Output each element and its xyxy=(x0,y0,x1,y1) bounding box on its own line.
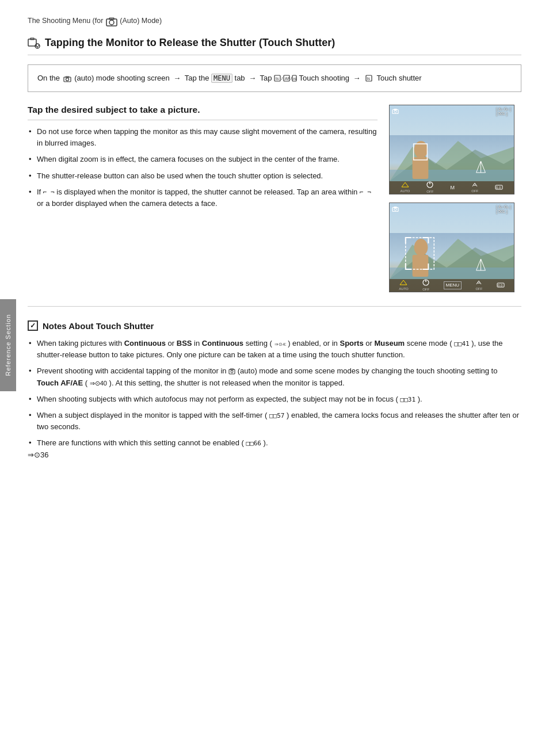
cam2-mode-icon xyxy=(392,205,399,213)
list-item: The shutter-release button can also be u… xyxy=(28,170,378,182)
cam1-btn-auto: AUTO xyxy=(401,182,410,193)
auto-camera-icon xyxy=(63,75,71,82)
page-number: ⇒⊙36 xyxy=(28,450,48,459)
notes-title: Notes About Touch Shutter xyxy=(28,320,521,331)
content-area: Tap the desired subject to take a pictur… xyxy=(28,105,521,292)
touch-shutter-icon xyxy=(28,37,40,49)
page-content: The Shooting Menu (for (Auto) Mode) Tapp… xyxy=(0,0,549,469)
list-item: If ⌐ ¬ is displayed when the monitor is … xyxy=(28,186,378,209)
notes-bullet-list: When taking pictures with Continuous or … xyxy=(28,338,521,449)
cam1-bottom-bar: AUTO OFF M xyxy=(390,181,514,194)
ref-66: □□66 xyxy=(246,440,262,447)
notes-list-item: There are functions with which this sett… xyxy=(28,437,521,449)
cam2-btn-menu: MENU xyxy=(444,281,462,289)
bullet-list: Do not use force when tapping the monito… xyxy=(28,126,378,209)
subsection-title: Tap the desired subject to take a pictur… xyxy=(28,105,378,120)
cam2-top-right2: [ 501 ] xyxy=(496,209,511,213)
auto-mode-icon-inline xyxy=(228,368,235,375)
svg-rect-46 xyxy=(413,255,429,277)
svg-text:AE: AE xyxy=(293,77,297,81)
touch-shutter-inline-icon: ts xyxy=(365,75,373,82)
svg-text:0.0: 0.0 xyxy=(496,186,501,189)
notes-list-item: When a subject displayed in the monitor … xyxy=(28,410,521,433)
svg-text:ts: ts xyxy=(276,77,279,81)
notes-list-item: When shooting subjects with which autofo… xyxy=(28,394,521,405)
arrow3: → xyxy=(353,74,361,82)
camera-screen-inner-2: [ &₀ G₁ ] [ 501 ] xyxy=(390,203,514,292)
notes-list-item: Prevent shooting with accidental tapping… xyxy=(28,365,521,388)
svg-text:ts: ts xyxy=(367,77,371,81)
camera-screen-1: [ &₀ G₀ ] [ 501 ] xyxy=(389,105,514,194)
camera-screen-inner-1: [ &₀ G₀ ] [ 501 ] xyxy=(390,105,514,194)
cam2-bottom-bar: AUTO OFF MENU xyxy=(390,279,514,292)
cam2-btn-auto: AUTO xyxy=(399,280,409,291)
page-footer: ⇒⊙36 xyxy=(28,450,48,459)
svg-text:/: / xyxy=(281,76,283,81)
camera-screen-2: [ &₀ G₁ ] [ 501 ] xyxy=(389,203,514,292)
nav-box: On the (auto) mode shooting screen → Tap… xyxy=(28,64,521,92)
arrow1: → xyxy=(173,74,181,82)
cam2-top-right1: [ &₀ G₁ ] xyxy=(496,205,511,209)
cam2-btn-exp: 0.0 xyxy=(497,282,505,289)
notes-section: Notes About Touch Shutter When taking pi… xyxy=(28,320,521,449)
svg-point-20 xyxy=(394,110,396,113)
section-divider xyxy=(28,306,521,307)
svg-text:AF: AF xyxy=(285,77,290,81)
svg-point-55 xyxy=(231,371,233,373)
svg-point-45 xyxy=(414,239,428,256)
cam1-top-right2: [ 501 ] xyxy=(496,112,511,116)
cam1-btn-off2: OFF xyxy=(471,182,478,193)
ref-41: □□41 xyxy=(454,340,470,348)
ref-57: □□57 xyxy=(269,412,285,419)
cam1-btn-exp: 0.0 xyxy=(495,184,503,191)
text-column: Tap the desired subject to take a pictur… xyxy=(28,105,378,292)
top-label: The Shooting Menu (for (Auto) Mode) xyxy=(28,16,521,26)
camera-icon xyxy=(105,16,118,26)
landscape-svg-1 xyxy=(390,135,514,181)
landscape-svg-2 xyxy=(390,233,514,279)
list-item: Do not use force when tapping the monito… xyxy=(28,126,378,149)
svg-rect-25 xyxy=(390,170,514,181)
cam1-btn-m: M xyxy=(451,185,455,191)
menu-tab-label: MENU xyxy=(211,74,232,83)
cam1-mode-icon xyxy=(392,107,399,116)
svg-text:0.0: 0.0 xyxy=(498,284,503,287)
checkbox-icon xyxy=(28,320,38,331)
images-column: [ &₀ G₀ ] [ 501 ] xyxy=(389,105,521,292)
cam2-top-info: [ &₀ G₁ ] [ 501 ] xyxy=(496,205,511,213)
cam1-top-right1: [ &₀ G₀ ] xyxy=(496,107,511,112)
arrow2: → xyxy=(249,74,256,82)
ref-40: ⇒⊙40 xyxy=(90,380,107,387)
cam1-btn-off: OFF xyxy=(426,181,433,194)
section-title: Tapping the Monitor to Release the Shutt… xyxy=(28,37,521,55)
ref-icon-43: ⇒⊙43 xyxy=(274,341,286,347)
cam2-btn-off2: OFF xyxy=(475,280,482,291)
svg-text:⇒⊙43: ⇒⊙43 xyxy=(274,342,286,347)
notes-list-item: When taking pictures with Continuous or … xyxy=(28,338,521,361)
svg-point-7 xyxy=(66,78,68,81)
cam2-btn-off: OFF xyxy=(422,279,429,292)
list-item: When digital zoom is in effect, the came… xyxy=(28,154,378,165)
ref-31: □□31 xyxy=(401,396,416,403)
touch-icon-inline: ts / AF / AE xyxy=(274,75,297,82)
svg-point-1 xyxy=(109,20,114,25)
svg-point-37 xyxy=(394,208,396,211)
